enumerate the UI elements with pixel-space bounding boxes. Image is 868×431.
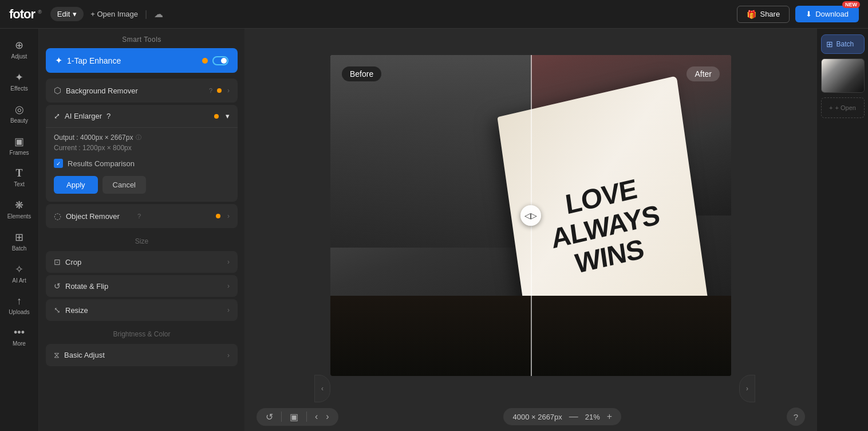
basic-adjust-chevron-icon: › bbox=[227, 351, 230, 359]
main-area: ⊕ Adjust ✦ Effects ◎ Beauty ▣ Frames T T… bbox=[0, 29, 868, 431]
background-remover-row[interactable]: ⬡ Background Remover ? › bbox=[46, 79, 238, 103]
canvas-area: ‹ LOVE ALWAYS WINS bbox=[245, 29, 816, 431]
canvas-dimensions: 4000 × 2667px bbox=[512, 413, 562, 421]
canvas-bottom-toolbar: ↺ ▣ ‹ › 4000 × 2667px — 21% + bbox=[245, 402, 816, 431]
bg-remover-chevron-icon: › bbox=[227, 87, 230, 95]
open-right-button[interactable]: + + Open bbox=[821, 97, 865, 118]
crop-row[interactable]: ⊡ Crop › bbox=[46, 251, 238, 273]
ai-enlarger-header[interactable]: ⤢ AI Enlarger ? ▾ bbox=[46, 105, 238, 127]
sidebar-item-batch[interactable]: ⊞ Batch bbox=[2, 226, 37, 256]
zoom-percent: 21% bbox=[585, 413, 600, 421]
results-comparison-label: Results Comparison bbox=[68, 159, 135, 168]
object-remover-row[interactable]: ◌ Object Remover ? › bbox=[46, 204, 238, 228]
zoom-controls: 4000 × 2667px — 21% + bbox=[503, 408, 621, 425]
tools-panel: Smart Tools ✦ 1-Tap Enhance ⬡ Background… bbox=[39, 29, 245, 431]
batch-icon: ⊞ bbox=[15, 231, 23, 244]
sidebar-item-more[interactable]: ••• More bbox=[2, 322, 37, 351]
basic-adjust-icon: ⧖ bbox=[54, 350, 60, 360]
batch-panel-item[interactable]: ⊞ Batch bbox=[821, 34, 865, 54]
object-remover-icon: ◌ bbox=[54, 211, 61, 221]
collapse-left-icon: ‹ bbox=[321, 385, 323, 393]
frames-icon: ▣ bbox=[14, 135, 24, 148]
app-logo: fotor ® bbox=[9, 7, 41, 22]
bg-remover-icon: ⬡ bbox=[54, 85, 61, 96]
image-container: LOVE ALWAYS WINS ◁▷ Before bbox=[330, 55, 731, 376]
prev-button[interactable]: ‹ bbox=[315, 412, 318, 422]
sidebar-item-elements[interactable]: ❋ Elements bbox=[2, 194, 37, 224]
open-image-button[interactable]: + Open Image bbox=[90, 10, 138, 18]
collapse-panel-button[interactable]: ‹ bbox=[314, 375, 330, 402]
object-remover-chevron-icon: › bbox=[227, 212, 230, 220]
after-label: After bbox=[686, 66, 720, 81]
right-panel: ⊞ Batch + + Open bbox=[816, 29, 868, 431]
uploads-icon: ↑ bbox=[17, 295, 22, 307]
output-label: Output : 4000px × 2667px ⓘ bbox=[54, 134, 230, 142]
cloud-button[interactable]: ☁ bbox=[154, 9, 163, 19]
resize-row[interactable]: ⤡ Resize › bbox=[46, 299, 238, 321]
download-icon: ⬇ bbox=[806, 10, 812, 18]
help-icon: ? bbox=[794, 412, 798, 422]
results-comparison-checkbox[interactable]: ✓ bbox=[54, 159, 63, 168]
rotate-flip-row[interactable]: ↺ Rotate & Flip › bbox=[46, 275, 238, 297]
ai-art-icon: ✧ bbox=[15, 263, 23, 276]
book-text: LOVE ALWAYS WINS bbox=[539, 163, 672, 292]
bg-remover-help[interactable]: ? bbox=[209, 87, 212, 94]
expand-right-panel-button[interactable]: › bbox=[739, 375, 755, 402]
effects-icon: ✦ bbox=[15, 71, 23, 84]
adjust-icon: ⊕ bbox=[15, 39, 23, 52]
open-right-icon: + bbox=[829, 104, 833, 111]
edit-button[interactable]: Edit ▾ bbox=[50, 7, 84, 21]
apply-button[interactable]: Apply bbox=[54, 176, 98, 194]
prev-icon: ‹ bbox=[315, 412, 318, 422]
toolbar-divider2 bbox=[306, 412, 307, 422]
ai-enlarger-help[interactable]: ? bbox=[106, 112, 111, 120]
sidebar-item-beauty[interactable]: ◎ Beauty bbox=[2, 99, 37, 128]
thumbnail-card[interactable] bbox=[821, 58, 865, 93]
download-button[interactable]: NEW ⬇ Download bbox=[795, 6, 859, 22]
undo-icon: ↺ bbox=[266, 412, 273, 422]
sidebar-item-text[interactable]: T Text bbox=[2, 163, 37, 192]
brightness-section-label: Brightness & Color bbox=[39, 322, 244, 343]
rotate-icon: ↺ bbox=[54, 281, 61, 291]
apply-cancel-row: Apply Cancel bbox=[54, 176, 230, 194]
help-button[interactable]: ? bbox=[787, 408, 805, 426]
elements-icon: ❋ bbox=[15, 199, 23, 211]
size-section-label: Size bbox=[39, 229, 244, 250]
compare-arrows-icon: ◁▷ bbox=[524, 211, 537, 220]
new-badge: NEW bbox=[842, 1, 860, 8]
undo-button[interactable]: ↺ bbox=[266, 412, 273, 422]
toggle-switch[interactable] bbox=[212, 56, 228, 65]
icon-nav: ⊕ Adjust ✦ Effects ◎ Beauty ▣ Frames T T… bbox=[0, 29, 39, 431]
batch-panel-label: Batch bbox=[837, 40, 854, 48]
sidebar-item-effects[interactable]: ✦ Effects bbox=[2, 66, 37, 96]
layers-button[interactable]: ▣ bbox=[290, 412, 298, 422]
zoom-out-button[interactable]: — bbox=[569, 412, 578, 422]
object-remover-help[interactable]: ? bbox=[137, 213, 141, 220]
sidebar-item-ai-art[interactable]: ✧ AI Art bbox=[2, 258, 37, 288]
compare-handle[interactable]: ◁▷ bbox=[520, 205, 541, 226]
ai-enlarger-icon: ⤢ bbox=[54, 112, 60, 120]
zoom-in-button[interactable]: + bbox=[607, 412, 612, 422]
output-info-icon: ⓘ bbox=[136, 134, 141, 142]
bottom-controls: ↺ ▣ ‹ › bbox=[257, 408, 338, 426]
sidebar-item-uploads[interactable]: ↑ Uploads bbox=[2, 291, 37, 320]
object-remover-dot bbox=[216, 214, 220, 218]
current-label: Current : 1200px × 800px bbox=[54, 144, 230, 152]
basic-adjust-row[interactable]: ⧖ Basic Adjust › bbox=[46, 344, 238, 366]
rotate-flip-chevron-icon: › bbox=[227, 282, 230, 290]
sidebar-item-adjust[interactable]: ⊕ Adjust bbox=[2, 34, 37, 64]
sidebar-item-frames[interactable]: ▣ Frames bbox=[2, 131, 37, 160]
topbar: fotor ® Edit ▾ + Open Image | ☁ 🎁 Share … bbox=[0, 0, 868, 29]
share-button[interactable]: 🎁 Share bbox=[737, 6, 790, 23]
more-icon: ••• bbox=[14, 327, 25, 339]
resize-icon: ⤡ bbox=[54, 305, 61, 315]
open-right-label: + Open bbox=[835, 104, 856, 111]
one-tap-enhance-button[interactable]: ✦ 1-Tap Enhance bbox=[46, 48, 238, 73]
next-button[interactable]: › bbox=[326, 412, 329, 422]
next-icon: › bbox=[326, 412, 329, 422]
ai-enlarger-body: Output : 4000px × 2667px ⓘ Current : 120… bbox=[46, 127, 238, 202]
ai-enlarger-dot bbox=[214, 114, 219, 119]
thumbnail-image bbox=[822, 59, 864, 92]
cancel-button[interactable]: Cancel bbox=[102, 176, 146, 194]
toolbar-divider bbox=[281, 412, 282, 422]
